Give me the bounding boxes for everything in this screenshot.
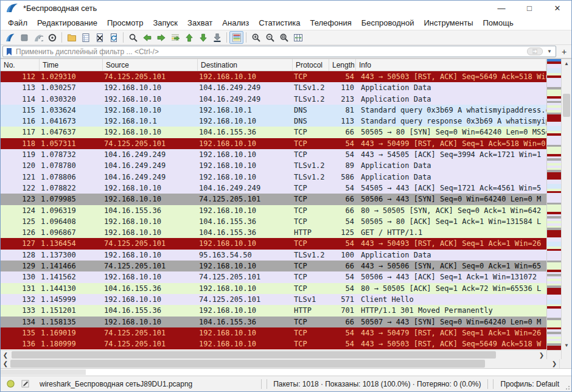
go-last-packet-icon[interactable] [196,31,210,44]
cell-time: 1.096319 [40,205,103,216]
hscroll2-track[interactable] [10,359,549,368]
status-separator [267,379,267,389]
menu-10[interactable]: Помощь [478,16,518,29]
go-first-packet-icon[interactable] [182,31,196,44]
intelligent-scrollbar-minimap[interactable] [546,59,561,359]
menu-1[interactable]: Редактирование [32,16,102,29]
zoom-in-icon[interactable] [249,31,263,44]
save-file-icon[interactable] [78,31,92,44]
go-back-icon[interactable] [140,31,154,44]
packet-row-120[interactable]: 1201.078780104.16.249.249192.168.10.10TL… [1,160,546,171]
menu-9[interactable]: Инструменты [419,16,478,29]
cell-no: 123 [1,194,40,205]
menu-4[interactable]: Захват [183,16,217,29]
hscroll-left-icon[interactable]: ❮ [1,351,10,359]
packet-row-125[interactable]: 1251.096408192.168.10.10104.16.155.36TCP… [1,216,546,227]
column-header-protocol[interactable]: Protocol [293,59,329,71]
packet-list-hscrollbar[interactable]: ❮ ❯ [1,350,546,359]
minimize-button[interactable]: — [487,1,515,15]
packet-row-132[interactable]: 1321.145999192.168.10.1074.125.205.101TL… [1,294,546,305]
packet-row-123[interactable]: 1231.079985192.168.10.1074.125.205.101TC… [1,194,546,205]
hscroll2-left-icon[interactable]: ❮ [1,359,10,368]
window-title: *Беспроводная сеть [23,4,97,13]
packet-row-115[interactable]: 1151.033624192.168.10.10192.168.10.1DNS8… [1,105,546,116]
packet-row-131[interactable]: 1311.144130104.16.155.36192.168.10.10TCP… [1,283,546,294]
column-header-source[interactable]: Source [103,59,198,71]
packet-row-113[interactable]: 1131.030257192.168.10.10104.16.249.249TL… [1,82,546,93]
auto-scroll-icon[interactable] [210,31,224,44]
packet-row-134[interactable]: 1341.158135192.168.10.10104.16.155.36TCP… [1,317,546,327]
menu-0[interactable]: Файл [3,16,32,29]
packet-row-130[interactable]: 1301.141562192.168.10.1074.125.205.101TC… [1,271,546,282]
packet-row-124[interactable]: 1241.096319104.16.155.36192.168.10.10TCP… [1,205,546,216]
resize-grip[interactable] [564,376,571,391]
capture-options-icon[interactable] [45,31,59,44]
start-capture-icon[interactable] [3,31,17,44]
cell-info: 50507 → 443 [SYN] Seq=0 Win=64240 Len=0 … [356,317,546,327]
hscroll-right-icon[interactable]: ❯ [537,351,546,359]
column-header-no[interactable]: No. [1,59,40,71]
filter-bookmark-icon[interactable] [5,47,13,56]
zoom-out-icon[interactable] [263,31,277,44]
packet-row-116[interactable]: 1161.041673192.168.10.1192.168.10.10DNS1… [1,116,546,127]
packet-row-112[interactable]: 1121.02931074.125.205.101192.168.10.10TC… [1,71,546,82]
colorize-icon[interactable] [229,31,243,44]
cell-protocol: TCP [293,205,329,216]
close-file-icon[interactable] [92,31,106,44]
zoom-reset-icon[interactable] [277,31,291,44]
secondary-hscrollbar[interactable]: ❮ ❯ [1,359,559,368]
vscroll-down-icon[interactable]: ▼ [562,341,571,350]
menu-8[interactable]: Беспроводной [357,16,419,29]
apply-filter-icon[interactable]: ➜ [527,47,543,55]
menu-6[interactable]: Статистика [254,16,305,29]
packet-row-121[interactable]: 1211.078806104.16.249.249192.168.10.10TL… [1,172,546,183]
packet-row-118[interactable]: 1181.05731174.125.205.101192.168.10.10TC… [1,138,546,149]
column-header-destination[interactable]: Destination [198,59,293,71]
resize-columns-icon[interactable] [291,31,305,44]
packet-row-133[interactable]: 1331.151201104.16.155.36192.168.10.10HTT… [1,305,546,316]
find-packet-icon[interactable] [126,31,140,44]
packet-row-128[interactable]: 1281.137300192.168.10.1095.163.54.50TLSv… [1,250,546,261]
cell-source: 192.168.10.10 [103,227,198,238]
open-file-icon[interactable] [65,31,78,44]
menu-2[interactable]: Просмотр [102,16,148,29]
go-forward-icon[interactable] [154,31,168,44]
filter-dropdown-icon[interactable]: ▼ [545,49,554,54]
packet-row-117[interactable]: 1171.047637192.168.10.10104.16.155.36TCP… [1,127,546,138]
packet-row-129[interactable]: 1291.14146674.125.205.101192.168.10.10TC… [1,261,546,271]
vscroll-track[interactable] [562,68,571,341]
packet-row-127[interactable]: 1271.13645474.125.205.101192.168.10.10TC… [1,238,546,249]
packet-row-114[interactable]: 1141.030320192.168.10.10104.16.249.249TL… [1,94,546,105]
vscroll-up-icon[interactable]: ▲ [562,59,571,68]
maximize-button[interactable]: □ [515,1,543,15]
expert-info-icon[interactable] [6,379,15,388]
packet-row-126[interactable]: 1261.096867192.168.10.10104.16.155.36HTT… [1,227,546,238]
vertical-scrollbar[interactable]: ▲ ▼ [561,59,571,359]
packet-row-122[interactable]: 1221.078822192.168.10.10104.16.249.249TC… [1,183,546,194]
column-header-time[interactable]: Time [40,59,103,71]
menu-3[interactable]: Запуск [148,16,183,29]
vscroll-thumb[interactable] [563,94,570,117]
display-filter-input[interactable]: Применить дисплейный фильтр ... <Ctrl-/>… [2,46,556,57]
menu-5[interactable]: Анализ [217,16,254,29]
cell-info: 443 → 50499 [RST, ACK] Seq=1 Ack=518 Win… [356,138,546,149]
add-filter-button[interactable]: + [559,46,570,57]
stop-capture-icon[interactable] [17,31,31,44]
packet-row-136[interactable]: 1361.18099974.125.205.101192.168.10.10TC… [1,338,546,349]
column-header-info[interactable]: Info [356,59,546,71]
hscroll-track[interactable] [10,351,537,359]
go-to-packet-icon[interactable] [168,31,182,44]
hscroll-thumb[interactable] [12,351,496,359]
cell-info: 443 → 50479 [RST, ACK] Seq=1 Ack=1 Win=2… [356,327,546,338]
packet-row-119[interactable]: 1191.078732104.16.249.249192.168.10.10TC… [1,149,546,160]
capture-comment-icon[interactable] [21,379,30,388]
profile-label[interactable]: Профиль: Default [496,380,565,388]
column-header-length[interactable]: Length [329,59,356,71]
hscroll2-thumb[interactable] [10,360,485,368]
close-button[interactable]: ✕ [543,1,571,15]
packet-row-135[interactable]: 1351.16901974.125.205.101192.168.10.10TC… [1,327,546,338]
hscroll2-right-icon[interactable]: ❯ [549,359,559,368]
restart-capture-icon[interactable] [31,31,45,44]
menu-7[interactable]: Телефония [305,16,356,29]
reload-file-icon[interactable] [106,31,120,44]
